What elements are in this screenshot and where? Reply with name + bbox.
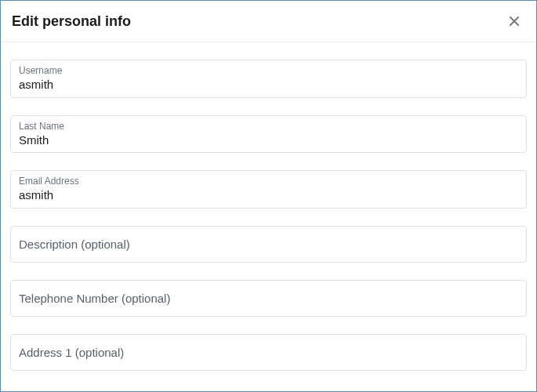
close-icon bbox=[508, 15, 521, 27]
email-value: asmith bbox=[19, 187, 518, 203]
telephone-field[interactable]: Telephone Number (optional) bbox=[10, 280, 527, 317]
last-name-value: Smith bbox=[19, 132, 518, 148]
last-name-field[interactable]: Last Name Smith bbox=[10, 115, 527, 154]
last-name-label: Last Name bbox=[19, 121, 518, 132]
description-label: Description (optional) bbox=[19, 238, 518, 251]
modal-header: Edit personal info bbox=[1, 1, 536, 42]
description-field[interactable]: Description (optional) bbox=[10, 226, 527, 263]
close-button[interactable] bbox=[505, 12, 524, 31]
address1-label: Address 1 (optional) bbox=[19, 346, 518, 359]
username-field[interactable]: Username asmith bbox=[10, 60, 527, 98]
address1-field[interactable]: Address 1 (optional) bbox=[10, 334, 527, 371]
modal-body: Username asmith Last Name Smith Email Ad… bbox=[1, 42, 536, 371]
username-label: Username bbox=[19, 65, 518, 76]
modal-title: Edit personal info bbox=[12, 13, 131, 30]
email-field[interactable]: Email Address asmith bbox=[10, 170, 527, 209]
telephone-label: Telephone Number (optional) bbox=[19, 292, 518, 305]
username-value: asmith bbox=[19, 77, 518, 93]
email-label: Email Address bbox=[19, 176, 518, 187]
